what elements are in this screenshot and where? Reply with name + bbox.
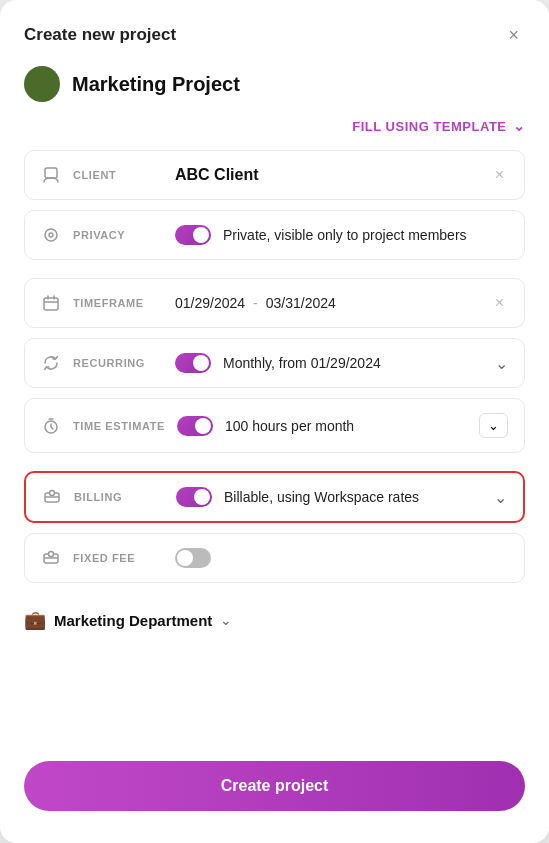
recurring-value: Monthly, from 01/29/2024 (223, 355, 483, 371)
billing-toggle[interactable] (176, 487, 212, 507)
billing-value: Billable, using Workspace rates (224, 489, 482, 505)
client-label: CLIENT (73, 169, 163, 181)
time-estimate-field: TIME ESTIMATE 100 hours per month ⌄ (24, 398, 525, 453)
privacy-label: PRIVACY (73, 229, 163, 241)
time-estimate-label: TIME ESTIMATE (73, 420, 165, 432)
timeframe-values: 01/29/2024 - 03/31/2024 (175, 295, 479, 311)
privacy-toggle[interactable] (175, 225, 211, 245)
billing-label: BILLING (74, 491, 164, 503)
fill-template-button[interactable]: FILL USING TEMPLATE ⌄ (352, 118, 525, 134)
privacy-value: Private, visible only to project members (223, 227, 508, 243)
project-name-row: Marketing Project (24, 66, 525, 102)
timeframe-end: 03/31/2024 (266, 295, 336, 311)
fixed-fee-toggle[interactable] (175, 548, 211, 568)
department-name: Marketing Department (54, 612, 212, 629)
billing-chevron-icon[interactable]: ⌄ (494, 488, 507, 507)
timeframe-field[interactable]: TIMEFRAME 01/29/2024 - 03/31/2024 × (24, 278, 525, 328)
modal-title: Create new project (24, 25, 176, 45)
fill-template-label: FILL USING TEMPLATE (352, 119, 506, 134)
billing-icon (42, 487, 62, 507)
time-estimate-icon (41, 416, 61, 436)
department-icon: 💼 (24, 609, 46, 631)
billing-field: BILLING Billable, using Workspace rates … (24, 471, 525, 523)
fixed-fee-label: FIXED FEE (73, 552, 163, 564)
fixed-fee-field: FIXED FEE (24, 533, 525, 583)
create-project-button[interactable]: Create project (24, 761, 525, 811)
time-estimate-toggle[interactable] (177, 416, 213, 436)
timeframe-start: 01/29/2024 (175, 295, 245, 311)
recurring-label: RECURRING (73, 357, 163, 369)
close-button[interactable]: × (502, 24, 525, 46)
chevron-down-icon: ⌄ (513, 118, 526, 134)
project-name: Marketing Project (72, 73, 240, 96)
svg-rect-3 (44, 298, 58, 310)
svg-point-6 (50, 491, 55, 496)
modal-header: Create new project × (24, 24, 525, 46)
timeframe-icon (41, 293, 61, 313)
time-estimate-value: 100 hours per month (225, 418, 467, 434)
client-value: ABC Client (175, 166, 479, 184)
privacy-field: PRIVACY Private, visible only to project… (24, 210, 525, 260)
project-color-dot[interactable] (24, 66, 60, 102)
svg-point-8 (49, 552, 54, 557)
fill-template-row: FILL USING TEMPLATE ⌄ (24, 118, 525, 134)
fixed-fee-icon (41, 548, 61, 568)
svg-point-2 (49, 233, 53, 237)
svg-point-1 (45, 229, 57, 241)
svg-rect-0 (45, 168, 57, 178)
privacy-icon (41, 225, 61, 245)
recurring-chevron-icon[interactable]: ⌄ (495, 354, 508, 373)
time-estimate-chevron-button[interactable]: ⌄ (479, 413, 508, 438)
recurring-toggle[interactable] (175, 353, 211, 373)
recurring-field: RECURRING Monthly, from 01/29/2024 ⌄ (24, 338, 525, 388)
timeframe-label: TIMEFRAME (73, 297, 163, 309)
department-row[interactable]: 💼 Marketing Department ⌄ (24, 609, 525, 631)
client-clear-icon[interactable]: × (491, 166, 508, 184)
recurring-icon (41, 353, 61, 373)
timeframe-dash: - (253, 295, 258, 311)
client-icon (41, 165, 61, 185)
department-chevron-icon: ⌄ (220, 612, 232, 628)
timeframe-clear-icon[interactable]: × (491, 294, 508, 312)
create-project-modal: Create new project × Marketing Project F… (0, 0, 549, 843)
client-field[interactable]: CLIENT ABC Client × (24, 150, 525, 200)
